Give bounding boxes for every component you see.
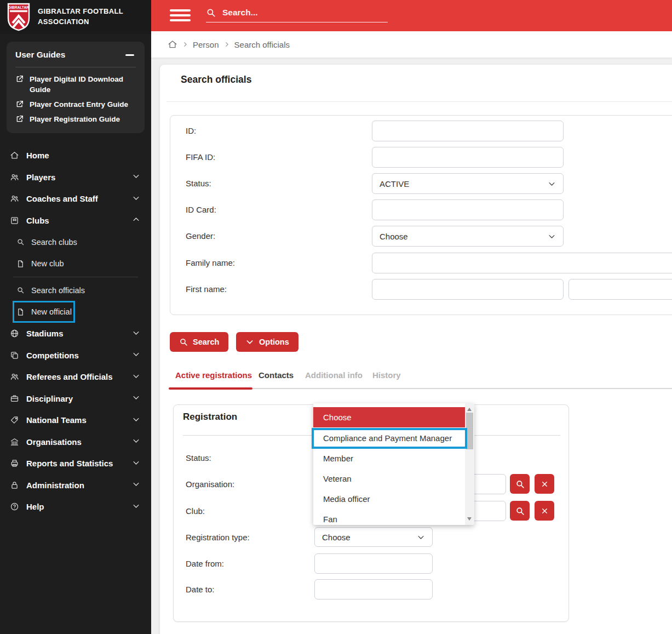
dropdown-option-media-officer[interactable]: Media officer <box>313 489 465 509</box>
home-icon[interactable] <box>168 39 177 49</box>
guide-link-registration[interactable]: Player Registration Guide <box>15 114 136 124</box>
collapse-user-guides-button[interactable] <box>124 50 136 60</box>
chevron-right-icon <box>182 42 188 47</box>
first-name-secondary-input[interactable] <box>568 279 672 300</box>
global-search-input[interactable] <box>221 7 388 18</box>
user-guides-card: User Guides Player Digital ID Download G… <box>7 42 145 133</box>
document-icon <box>16 308 25 316</box>
dropdown-option-member[interactable]: Member <box>313 448 465 469</box>
chevron-down-icon <box>132 393 140 403</box>
breadcrumb-current: Search officials <box>234 40 290 49</box>
sidebar-item-search-officials[interactable]: Search officials <box>0 279 151 301</box>
global-search <box>206 7 388 22</box>
divider <box>15 67 136 67</box>
lock-icon <box>10 481 19 490</box>
family-name-input[interactable] <box>372 253 672 273</box>
external-link-icon <box>15 75 24 83</box>
id-card-input[interactable] <box>372 199 564 220</box>
sidebar-item-disciplinary[interactable]: Disciplinary <box>0 388 151 410</box>
registration-type-select[interactable]: Choose <box>314 527 433 547</box>
guide-link-contract-entry[interactable]: Player Contract Entry Guide <box>15 99 136 110</box>
tab-active-registrations[interactable]: Active registrations <box>175 370 252 380</box>
sidebar-item-help[interactable]: Help <box>0 496 151 518</box>
sidebar-item-home[interactable]: Home <box>0 145 151 167</box>
dropdown-option-veteran[interactable]: Veteran <box>313 469 465 489</box>
minus-icon <box>125 54 134 56</box>
dropdown-scrollbar[interactable] <box>465 403 474 525</box>
first-name-label: First name: <box>186 279 227 300</box>
chevron-down-icon <box>132 172 140 182</box>
tab-additional-info: Additional info <box>305 370 363 380</box>
chevron-down-icon <box>132 437 140 447</box>
sidebar-item-clubs[interactable]: Clubs <box>0 210 151 232</box>
status-dropdown-popup: Choose Compliance and Payment Manager Me… <box>313 403 474 525</box>
divider <box>0 275 151 279</box>
chevron-right-icon <box>224 42 229 47</box>
club-lookup-button[interactable] <box>510 501 530 521</box>
scroll-down-icon[interactable] <box>467 517 472 521</box>
dropdown-option-compliance-and-payment-manager[interactable]: Compliance and Payment Manager <box>313 428 465 448</box>
sidebar-item-organisations[interactable]: Organisations <box>0 431 151 453</box>
registration-type-label: Registration type: <box>186 527 250 547</box>
search-icon <box>515 479 525 489</box>
sidebar-item-stadiums[interactable]: Stadiums <box>0 323 151 345</box>
organisation-label: Organisation: <box>186 474 234 494</box>
chevron-down-icon <box>132 194 140 204</box>
x-icon <box>541 480 549 488</box>
fifa-id-label: FIFA ID: <box>186 147 215 168</box>
chevron-down-icon <box>132 329 140 339</box>
organisation-lookup-button[interactable] <box>510 474 530 494</box>
scrollbar-thumb[interactable] <box>466 413 473 449</box>
chevron-down-icon <box>132 502 140 512</box>
search-icon <box>206 8 216 18</box>
first-name-input[interactable] <box>372 279 564 300</box>
fifa-id-input[interactable] <box>372 147 564 168</box>
chevron-down-icon <box>132 459 140 469</box>
sidebar-item-administration[interactable]: Administration <box>0 475 151 496</box>
sidebar-item-reports-and-statistics[interactable]: Reports and Statistics <box>0 453 151 475</box>
home-icon <box>10 151 19 160</box>
breadcrumb-person[interactable]: Person <box>193 40 219 49</box>
sidebar-item-coaches-and-staff[interactable]: Coaches and Staff <box>0 188 151 210</box>
scroll-up-icon[interactable] <box>467 408 472 411</box>
date-to-input[interactable] <box>314 579 433 599</box>
gender-select[interactable]: Choose <box>372 226 564 247</box>
sidebar-item-search-clubs[interactable]: Search clubs <box>0 231 151 253</box>
menu-toggle-button[interactable] <box>170 9 191 21</box>
gfa-shield-logo: GIBRALTAR <box>7 3 31 31</box>
club-clear-button[interactable] <box>535 501 554 521</box>
people-icon <box>10 194 19 203</box>
id-input[interactable] <box>372 121 564 141</box>
sidebar-item-competitions[interactable]: Competitions <box>0 345 151 367</box>
date-from-input[interactable] <box>314 553 433 574</box>
main-panel: Search officials ID: FIFA ID: Status: AC… <box>160 65 672 634</box>
dropdown-option-choose[interactable]: Choose <box>313 407 465 427</box>
chevron-down-icon <box>132 480 140 490</box>
sidebar-item-national-teams[interactable]: National Teams <box>0 409 151 431</box>
copy-icon <box>10 351 19 360</box>
sidebar-item-new-official[interactable]: New official <box>0 301 151 323</box>
sidebar-item-referees-and-officials[interactable]: Referees and Officials <box>0 366 151 388</box>
user-guides-title: User Guides <box>15 50 65 60</box>
status-label: Status: <box>186 173 211 194</box>
dropdown-option-fan[interactable]: Fan <box>313 509 465 525</box>
chevron-down-icon <box>548 232 556 241</box>
sidebar-item-players[interactable]: Players <box>0 167 151 189</box>
tab-contacts[interactable]: Contacts <box>259 370 294 380</box>
tag-icon <box>10 415 19 425</box>
briefcase-icon <box>10 394 19 403</box>
status-select[interactable]: ACTIVE <box>372 173 564 194</box>
registration-title: Registration <box>183 412 237 422</box>
search-icon <box>16 238 25 246</box>
guide-link-digital-id[interactable]: Player Digital ID Download Guide <box>15 74 136 95</box>
external-link-icon <box>15 115 24 123</box>
options-button[interactable]: Options <box>236 332 298 352</box>
search-button[interactable]: Search <box>170 332 228 352</box>
printer-icon <box>10 459 19 468</box>
tab-history: History <box>372 370 401 380</box>
bank-icon <box>10 437 19 447</box>
organisation-clear-button[interactable] <box>535 474 554 494</box>
chevron-up-icon <box>132 215 140 225</box>
sidebar-item-new-club[interactable]: New club <box>0 253 151 275</box>
x-icon <box>541 507 549 515</box>
